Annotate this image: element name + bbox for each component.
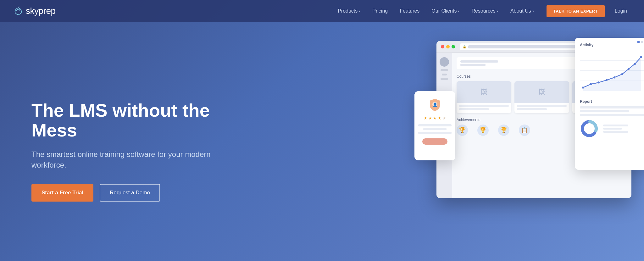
nav-item-products[interactable]: Products ▾ <box>333 6 365 16</box>
close-dot <box>441 45 444 48</box>
profile-info-lines <box>418 124 452 134</box>
svg-point-14 <box>628 68 630 70</box>
report-lines <box>580 106 644 116</box>
navbar: skyprep Products ▾ Pricing Features Our … <box>0 0 644 22</box>
star-rating: ★ ★ ★ ★ ★ <box>424 116 446 120</box>
svg-line-1 <box>18 7 19 7</box>
svg-point-10 <box>598 81 600 83</box>
course-card: 🖼 <box>514 81 569 113</box>
course-line <box>459 108 489 110</box>
hero-section: The LMS without the Mess The smartest on… <box>0 22 644 261</box>
trophy-icon: 🏆 <box>457 125 468 136</box>
svg-point-12 <box>613 76 615 78</box>
login-link[interactable]: Login <box>608 6 631 16</box>
nav-item-pricing[interactable]: Pricing <box>368 6 392 16</box>
activity-chart <box>580 50 644 94</box>
chevron-down-icon: ▾ <box>532 9 534 13</box>
svg-point-8 <box>582 86 584 88</box>
svg-text:👤: 👤 <box>433 102 437 107</box>
request-demo-button[interactable]: Request a Demo <box>100 184 160 202</box>
hero-content: The LMS without the Mess The smartest on… <box>31 100 226 202</box>
report-title: Report <box>580 99 644 104</box>
course-line <box>517 108 547 110</box>
svg-point-9 <box>590 83 592 85</box>
chevron-down-icon: ▾ <box>359 9 360 13</box>
lock-icon: 🔒 <box>463 45 466 48</box>
nav-item-resources[interactable]: Resources ▾ <box>467 6 502 16</box>
image-icon: 🖼 <box>538 88 545 96</box>
talk-to-expert-button[interactable]: TALK TO AN EXPERT <box>541 5 605 17</box>
report-legend <box>603 125 628 133</box>
profile-action-button <box>422 138 447 145</box>
hero-title: The LMS without the Mess <box>31 100 226 141</box>
nav-item-about[interactable]: About Us ▾ <box>506 6 538 16</box>
certificate-icon: 📋 <box>519 125 530 136</box>
hero-subtitle: The smartest online training software fo… <box>31 149 226 170</box>
course-image: 🖼 <box>514 81 569 103</box>
stats-card: Activity <box>575 38 644 170</box>
course-line <box>459 105 509 107</box>
avatar <box>440 57 449 67</box>
course-line <box>517 105 567 107</box>
report-bottom <box>580 119 644 138</box>
svg-point-11 <box>606 79 608 81</box>
profile-card: 👤 ★ ★ ★ ★ ★ <box>414 91 455 160</box>
svg-point-15 <box>634 63 636 65</box>
maximize-dot <box>452 45 455 48</box>
start-trial-button[interactable]: Start a Free Trial <box>31 184 93 202</box>
svg-point-13 <box>621 73 623 75</box>
card-dots <box>637 41 644 43</box>
chevron-down-icon: ▾ <box>458 9 459 13</box>
nav-item-features[interactable]: Features <box>395 6 424 16</box>
chevron-down-icon: ▾ <box>497 9 498 13</box>
course-image: 🖼 <box>457 81 511 103</box>
report-section: Report <box>580 99 644 138</box>
image-icon: 🖼 <box>480 88 487 96</box>
donut-chart <box>580 119 599 138</box>
trophy-icon: 🏆 <box>498 125 509 136</box>
shield-icon: 👤 <box>427 97 442 113</box>
logo[interactable]: skyprep <box>13 6 56 16</box>
minimize-dot <box>446 45 450 48</box>
activity-title: Activity <box>580 43 644 47</box>
hero-mockup: 🔒 <box>411 28 644 255</box>
sidebar-line <box>441 78 448 80</box>
trophy-icon: 🏆 <box>477 125 489 136</box>
svg-point-16 <box>640 56 642 58</box>
topbar-line <box>460 64 486 66</box>
brand-name: skyprep <box>26 6 56 16</box>
sidebar-line <box>441 69 448 71</box>
course-card: 🖼 <box>457 81 511 113</box>
topbar-line <box>460 60 498 63</box>
hero-buttons: Start a Free Trial Request a Demo <box>31 184 226 202</box>
sidebar-line <box>442 74 447 75</box>
nav-item-clients[interactable]: Our Clients ▾ <box>427 6 464 16</box>
